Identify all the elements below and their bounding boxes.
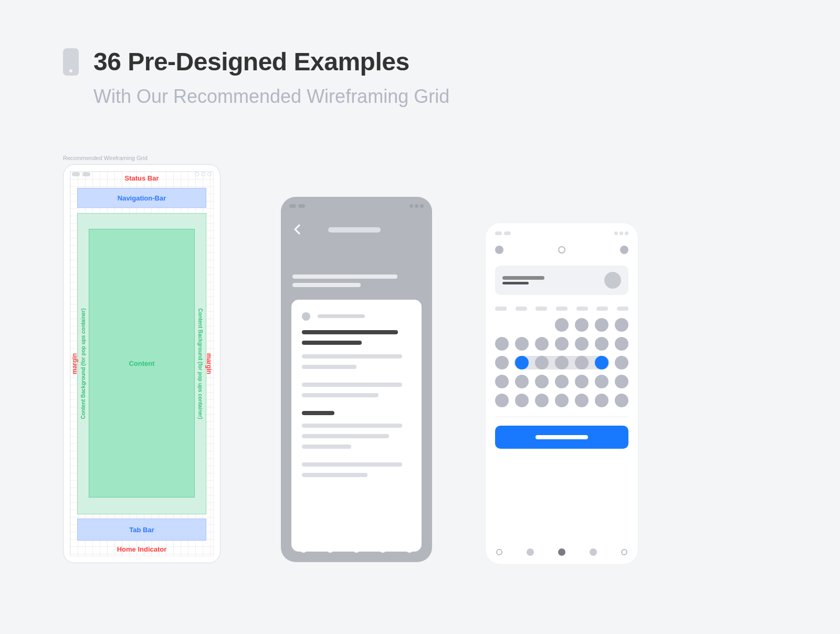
mockup-stage: Recommended Wireframing Grid Status Bar … <box>63 155 777 606</box>
mockup-calendar <box>486 223 638 564</box>
text-placeholder <box>302 424 402 428</box>
calendar-day <box>615 337 628 351</box>
nav-dot-icon <box>406 545 413 553</box>
calendar-day <box>555 337 569 351</box>
subheading-placeholder <box>302 411 334 415</box>
content-card <box>291 300 422 552</box>
label-content: Content <box>129 360 154 367</box>
nav-dot-icon <box>590 548 597 556</box>
calendar-day <box>495 394 509 407</box>
bottom-nav <box>281 545 432 553</box>
mockup-caption: Recommended Wireframing Grid <box>63 155 220 161</box>
calendar-day-selected-end <box>595 356 608 369</box>
calendar-row <box>495 375 628 388</box>
current-month-indicator-icon <box>558 246 565 253</box>
calendar-day <box>575 337 589 351</box>
nav-dot-icon <box>327 545 334 553</box>
calendar-day <box>575 394 589 407</box>
phone-frame <box>281 197 432 562</box>
primary-button <box>495 426 628 449</box>
calendar-day <box>595 337 608 351</box>
nav-dot-icon <box>300 545 307 553</box>
calendar-row <box>495 337 628 351</box>
avatar-icon <box>604 272 621 289</box>
label-navigation-bar: Navigation-Bar <box>118 194 166 202</box>
calendar-row <box>495 318 628 332</box>
summary-banner <box>495 266 628 295</box>
status-bar-zone <box>495 231 628 235</box>
calendar-day <box>615 394 628 407</box>
nav-dot-icon <box>353 545 360 553</box>
status-dots-icon <box>614 231 628 235</box>
mockup-article-card <box>281 197 432 562</box>
text-placeholder <box>302 354 402 358</box>
nav-dot-icon <box>527 548 534 556</box>
avatar-icon <box>302 312 310 321</box>
month-nav-row <box>495 246 628 254</box>
status-bar-zone <box>289 204 424 208</box>
author-row <box>302 311 411 321</box>
calendar-day <box>535 394 549 407</box>
text-line <box>292 283 361 287</box>
calendar-day-selected-start <box>515 356 529 369</box>
nav-dot-icon <box>496 549 502 555</box>
button-label-placeholder <box>536 435 588 439</box>
text-line <box>292 274 397 279</box>
phone-icon <box>63 48 79 76</box>
calendar-day <box>495 337 509 351</box>
heading-placeholder <box>302 330 398 334</box>
nav-dot-active-icon <box>558 548 565 556</box>
calendar-day <box>595 318 608 332</box>
page-header: 36 Pre-Designed Examples With Our Recomm… <box>63 47 449 108</box>
calendar-day <box>575 375 589 388</box>
next-month-icon <box>620 246 628 254</box>
label-content-bg-right: Content Background (for pop ups containe… <box>197 308 203 419</box>
calendar-day <box>615 356 628 369</box>
label-status-bar: Status Bar <box>124 174 159 182</box>
calendar-day <box>595 375 608 388</box>
camera-cutout-icon <box>72 172 90 176</box>
bottom-nav <box>496 548 627 556</box>
text-placeholder <box>302 393 379 397</box>
calendar-day <box>515 375 529 388</box>
camera-cutout-icon <box>289 204 305 208</box>
nav-dot-icon <box>379 545 386 553</box>
title-placeholder <box>328 227 381 233</box>
calendar-day <box>535 375 549 388</box>
calendar-day <box>555 318 569 332</box>
prev-month-icon <box>495 246 503 254</box>
label-content-bg-left: Content Background (for pop ups containe… <box>80 308 86 419</box>
status-dots-icon <box>195 172 212 176</box>
calendar-day <box>535 356 549 369</box>
calendar-day <box>595 394 608 407</box>
calendar-day <box>575 318 589 332</box>
navigation-bar-zone: Navigation-Bar <box>77 188 206 208</box>
text-placeholder <box>302 365 356 369</box>
calendar-day <box>515 394 529 407</box>
calendar-day <box>575 356 589 369</box>
phone-frame: Status Bar Navigation-Bar Content margin… <box>63 164 220 563</box>
label-margin-left: margin <box>71 353 78 374</box>
status-dots-icon <box>410 204 424 208</box>
heading-placeholder <box>302 341 362 345</box>
page-subtitle: With Our Recommended Wireframing Grid <box>93 86 449 108</box>
calendar-day <box>555 356 569 369</box>
label-home-indicator: Home Indicator <box>117 545 167 553</box>
calendar-row <box>495 394 628 407</box>
calendar-day <box>515 337 529 351</box>
calendar-day <box>615 318 628 332</box>
nav-dot-icon <box>621 549 627 555</box>
calendar-day <box>555 394 569 407</box>
back-chevron-icon <box>293 224 301 237</box>
calendar-day <box>535 337 549 351</box>
calendar-day <box>555 375 569 388</box>
calendar-day <box>615 375 628 388</box>
calendar-day <box>495 375 509 388</box>
author-name-placeholder <box>318 314 365 318</box>
calendar-grid <box>495 318 628 407</box>
calendar-day <box>495 356 509 369</box>
mockup-grid-annotated: Recommended Wireframing Grid Status Bar … <box>63 155 220 563</box>
text-placeholder <box>302 445 351 449</box>
label-margin-right: margin <box>205 353 213 374</box>
calendar-row-range <box>495 356 628 369</box>
